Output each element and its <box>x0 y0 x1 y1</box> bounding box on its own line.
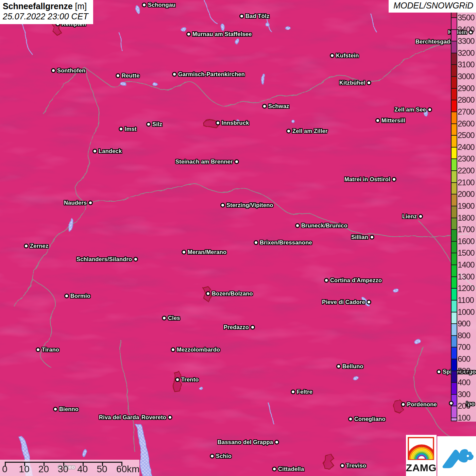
colorbar-tick <box>452 312 457 312</box>
colorbar-value: 500 <box>458 366 470 376</box>
scalebar-value: 10 <box>19 464 30 475</box>
colorbar-tick <box>452 265 457 265</box>
colorbar-tick <box>452 135 457 136</box>
colorbar-value: 300 <box>458 390 470 399</box>
colorbar-value: 3200 <box>458 48 474 58</box>
colorbar-value: 1900 <box>458 201 474 211</box>
colorbar-segment <box>452 88 457 100</box>
zamg-logo: ZAMG <box>406 435 437 476</box>
colorbar-tick <box>452 394 457 395</box>
colorbar-value: 2000 <box>458 189 474 199</box>
colorbar-value: 1600 <box>458 237 474 246</box>
colorbar-segment <box>452 65 457 76</box>
colorbar-value: 100 <box>458 413 470 423</box>
colorbar-segment <box>452 312 457 324</box>
scalebar-value: 0 <box>2 464 7 475</box>
colorbar-tick <box>452 241 457 242</box>
colorbar-value: 1400 <box>458 260 474 270</box>
title-unit: [m] <box>75 1 87 11</box>
colorbar-tick <box>452 335 457 336</box>
map-canvas <box>0 0 476 476</box>
colorbar-tick <box>452 206 457 206</box>
terrain-highlight <box>0 0 476 476</box>
colorbar-segment <box>452 124 457 136</box>
colorbar-value: 1100 <box>458 295 474 305</box>
title-datetime: 25.07.2022 23:00 CET <box>3 12 88 21</box>
colorbar-value: 800 <box>458 331 470 340</box>
model-label: MODEL/SNOWGRiD <box>393 1 473 11</box>
colorbar-segment <box>452 394 457 406</box>
colorbar-value: 2600 <box>458 119 474 129</box>
colorbar-segment <box>452 230 457 241</box>
colorbar-tick <box>452 253 457 253</box>
colorbar-value: 600 <box>458 354 470 364</box>
colorbar-segment <box>452 359 457 371</box>
colorbar-tick <box>452 218 457 218</box>
colorbar-segment <box>452 12 457 18</box>
colorbar-tick <box>452 76 457 77</box>
colorbar-tick <box>452 359 457 359</box>
colorbar-tick <box>452 406 457 406</box>
colorbar-segment <box>452 76 457 88</box>
colorbar-segment <box>452 347 457 359</box>
colorbar-value: 3000 <box>458 72 474 81</box>
colorbar-value: 3400 <box>458 25 474 34</box>
colorbar-tick <box>452 182 457 183</box>
colorbar-value: 1700 <box>458 225 474 234</box>
zamg-logo-text: ZAMG <box>406 462 437 474</box>
colorbar-tick <box>452 300 457 301</box>
colorbar-segment <box>452 53 457 65</box>
scalebar: 0102030405060km <box>0 460 139 476</box>
colorbar-value: 1500 <box>458 248 474 258</box>
colorbar-tick <box>452 41 457 41</box>
colorbar-segment <box>452 324 457 336</box>
colorbar-segment <box>452 206 457 218</box>
colorbar-segment <box>452 382 457 394</box>
colorbar-tick <box>452 170 457 171</box>
mountain-cloud-icon <box>437 436 476 476</box>
title-text: Schneefallgrenze <box>3 1 73 11</box>
colorbar-value: 1200 <box>458 284 474 293</box>
colorbar-value: 200 <box>458 401 470 411</box>
title-box: Schneefallgrenze [m] 25.07.2022 23:00 CE… <box>0 0 93 24</box>
page-title: Schneefallgrenze [m] <box>3 1 88 11</box>
colorbar-segment <box>452 112 457 124</box>
colorbar-segment <box>452 100 457 112</box>
colorbar-tick <box>452 288 457 289</box>
colorbar-segment <box>452 418 457 421</box>
colorbar-segment <box>452 406 457 418</box>
colorbar-tick <box>452 323 457 324</box>
colorbar-value: 2700 <box>458 107 474 117</box>
colorbar-value: 2500 <box>458 131 474 140</box>
colorbar-segment <box>452 218 457 230</box>
colorbar-segment <box>452 336 457 347</box>
colorbar-segment <box>452 371 457 383</box>
zamg-rainbow-icon <box>406 435 437 463</box>
colorbar-segment <box>452 147 457 159</box>
colorbar-tick <box>452 100 457 100</box>
colorbar-value: 2300 <box>458 154 474 164</box>
colorbar-value: 2800 <box>458 95 474 105</box>
colorbar-value: 1800 <box>458 213 474 223</box>
colorbar-tick <box>452 17 457 18</box>
colorbar-tick <box>452 88 457 89</box>
colorbar-tick <box>452 64 457 65</box>
colorbar-value: 2100 <box>458 178 474 187</box>
colorbar-segment <box>452 241 457 253</box>
colorbar-value: 2400 <box>458 142 474 152</box>
colorbar-tick <box>452 194 457 194</box>
scalebar-value: 40 <box>77 464 88 475</box>
colorbar-segment <box>452 265 457 277</box>
colorbar-value: 3500 <box>458 13 474 22</box>
colorbar-tick <box>452 418 457 418</box>
scalebar-value: 50 <box>97 464 107 475</box>
colorbar-tick <box>452 147 457 148</box>
colorbar-value: 400 <box>458 378 470 387</box>
colorbar-segment <box>452 277 457 289</box>
colorbar-value: 3100 <box>458 60 474 69</box>
colorbar-tick <box>452 382 457 383</box>
colorbar-segment <box>452 135 457 147</box>
colorbar-tick <box>452 29 457 30</box>
colorbar-segment <box>452 159 457 171</box>
colorbar-segment <box>452 288 457 300</box>
